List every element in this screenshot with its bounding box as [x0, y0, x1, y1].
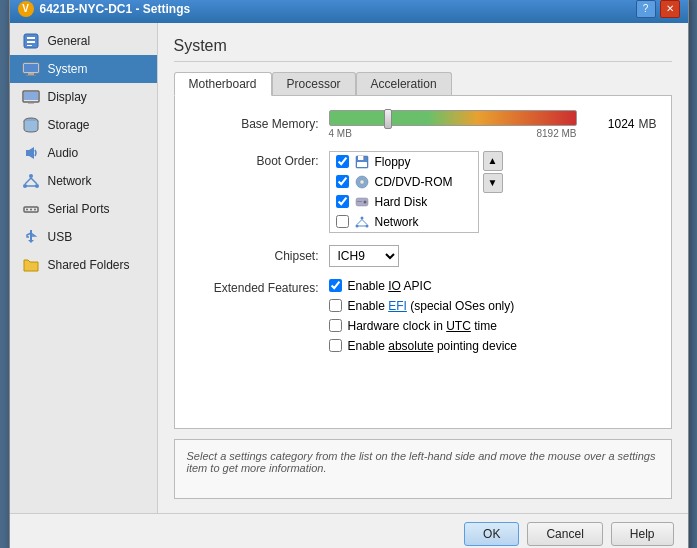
- boot-cdrom-label: CD/DVD-ROM: [375, 175, 453, 189]
- main-panel: System Motherboard Processor Acceleratio…: [158, 23, 688, 513]
- cancel-button[interactable]: Cancel: [527, 522, 602, 546]
- boot-network-label: Network: [375, 215, 419, 229]
- svg-rect-5: [24, 64, 38, 72]
- info-text: Select a settings category from the list…: [187, 450, 656, 474]
- sidebar-item-display[interactable]: Display: [10, 83, 157, 111]
- boot-order-label: Boot Order:: [189, 151, 329, 168]
- sidebar-item-serial-ports[interactable]: Serial Ports: [10, 195, 157, 223]
- cdrom-icon: [355, 175, 369, 189]
- ok-button[interactable]: OK: [464, 522, 519, 546]
- sidebar: General System Display Storage: [10, 23, 158, 513]
- general-icon: [22, 32, 40, 50]
- slider-labels: 4 MB 8192 MB: [329, 128, 577, 139]
- boot-floppy-label: Floppy: [375, 155, 411, 169]
- tab-acceleration[interactable]: Acceleration: [356, 72, 452, 95]
- boot-harddisk-checkbox[interactable]: [336, 195, 349, 208]
- boot-move-up-button[interactable]: ▲: [483, 151, 503, 171]
- slider-max-label: 8192 MB: [536, 128, 576, 139]
- boot-move-down-button[interactable]: ▼: [483, 173, 503, 193]
- boot-item-harddisk: Hard Disk: [330, 192, 478, 212]
- system-icon: [22, 60, 40, 78]
- titlebar-buttons: ? ✕: [636, 0, 680, 18]
- titlebar-left: V 6421B-NYC-DC1 - Settings: [18, 1, 191, 17]
- feature-pointing-device: Enable absolute pointing device: [329, 339, 517, 353]
- sidebar-item-system[interactable]: System: [10, 55, 157, 83]
- memory-unit: MB: [639, 117, 657, 131]
- harddisk-icon: [355, 195, 369, 209]
- tab-bar: Motherboard Processor Acceleration: [174, 72, 672, 95]
- tab-motherboard[interactable]: Motherboard: [174, 72, 272, 96]
- svg-rect-9: [24, 92, 38, 100]
- boot-item-network: Network: [330, 212, 478, 232]
- sidebar-item-audio[interactable]: Audio: [10, 139, 157, 167]
- tab-processor[interactable]: Processor: [272, 72, 356, 95]
- utc-underline: UTC: [446, 319, 471, 333]
- svg-line-36: [357, 219, 362, 224]
- storage-icon: [22, 116, 40, 134]
- shared-folders-icon: [22, 256, 40, 274]
- extended-features-row: Extended Features: Enable IO APIC Enable…: [189, 279, 657, 359]
- io-apic-label: Enable IO APIC: [348, 279, 432, 293]
- io-apic-checkbox[interactable]: [329, 279, 342, 292]
- floppy-icon: [355, 155, 369, 169]
- pointing-device-label: Enable absolute pointing device: [348, 339, 517, 353]
- serial-ports-icon: [22, 200, 40, 218]
- slider-container: 4 MB 8192 MB: [329, 110, 577, 139]
- efi-checkbox[interactable]: [329, 299, 342, 312]
- chipset-label: Chipset:: [189, 249, 329, 263]
- close-button[interactable]: ✕: [660, 0, 680, 18]
- memory-slider-track[interactable]: [329, 110, 577, 126]
- utc-checkbox[interactable]: [329, 319, 342, 332]
- memory-slider-thumb[interactable]: [384, 109, 392, 129]
- svg-point-33: [360, 216, 363, 219]
- sidebar-item-network[interactable]: Network: [10, 167, 157, 195]
- sidebar-item-shared-folders[interactable]: Shared Folders: [10, 251, 157, 279]
- memory-value: 1024: [585, 117, 635, 131]
- sidebar-item-display-label: Display: [48, 90, 87, 104]
- svg-point-22: [34, 208, 36, 210]
- app-icon: V: [18, 1, 34, 17]
- boot-item-cdrom: CD/DVD-ROM: [330, 172, 478, 192]
- sidebar-item-serial-ports-label: Serial Ports: [48, 202, 110, 216]
- feature-utc: Hardware clock in UTC time: [329, 319, 517, 333]
- info-box: Select a settings category from the list…: [174, 439, 672, 499]
- svg-marker-12: [26, 147, 34, 159]
- svg-point-29: [361, 181, 363, 183]
- svg-rect-25: [363, 156, 364, 160]
- network-boot-icon: [355, 215, 369, 229]
- content-area: General System Display Storage: [10, 23, 688, 513]
- svg-rect-2: [27, 41, 35, 43]
- features-section: Enable IO APIC Enable EFI (special OSes …: [329, 279, 517, 359]
- sidebar-item-usb[interactable]: USB: [10, 223, 157, 251]
- sidebar-item-system-label: System: [48, 62, 88, 76]
- boot-harddisk-label: Hard Disk: [375, 195, 428, 209]
- utc-label: Hardware clock in UTC time: [348, 319, 497, 333]
- efi-label: Enable EFI (special OSes only): [348, 299, 515, 313]
- boot-network-checkbox[interactable]: [336, 215, 349, 228]
- svg-line-37: [362, 219, 367, 224]
- sidebar-item-storage-label: Storage: [48, 118, 90, 132]
- sidebar-item-general[interactable]: General: [10, 27, 157, 55]
- base-memory-label: Base Memory:: [189, 117, 329, 131]
- chipset-select[interactable]: ICH9 PIIX3: [329, 245, 399, 267]
- pointing-device-checkbox[interactable]: [329, 339, 342, 352]
- svg-point-31: [363, 200, 366, 203]
- svg-rect-10: [28, 102, 34, 104]
- absolute-underline: absolute: [388, 339, 433, 353]
- sidebar-item-audio-label: Audio: [48, 146, 79, 160]
- svg-line-17: [31, 178, 37, 184]
- help-titlebar-button[interactable]: ?: [636, 0, 656, 18]
- sidebar-item-storage[interactable]: Storage: [10, 111, 157, 139]
- svg-point-21: [30, 208, 32, 210]
- sidebar-item-general-label: General: [48, 34, 91, 48]
- boot-cdrom-checkbox[interactable]: [336, 175, 349, 188]
- svg-line-16: [25, 178, 31, 184]
- boot-order-container: Floppy CD/DVD-ROM Hard Disk: [329, 151, 503, 233]
- window-title: 6421B-NYC-DC1 - Settings: [40, 2, 191, 16]
- help-button[interactable]: Help: [611, 522, 674, 546]
- svg-point-13: [29, 174, 33, 178]
- tab-content-motherboard: Base Memory: 4 MB 8192 MB 1024 MB: [174, 95, 672, 429]
- boot-floppy-checkbox[interactable]: [336, 155, 349, 168]
- titlebar: V 6421B-NYC-DC1 - Settings ? ✕: [10, 0, 688, 23]
- svg-rect-3: [27, 45, 32, 46]
